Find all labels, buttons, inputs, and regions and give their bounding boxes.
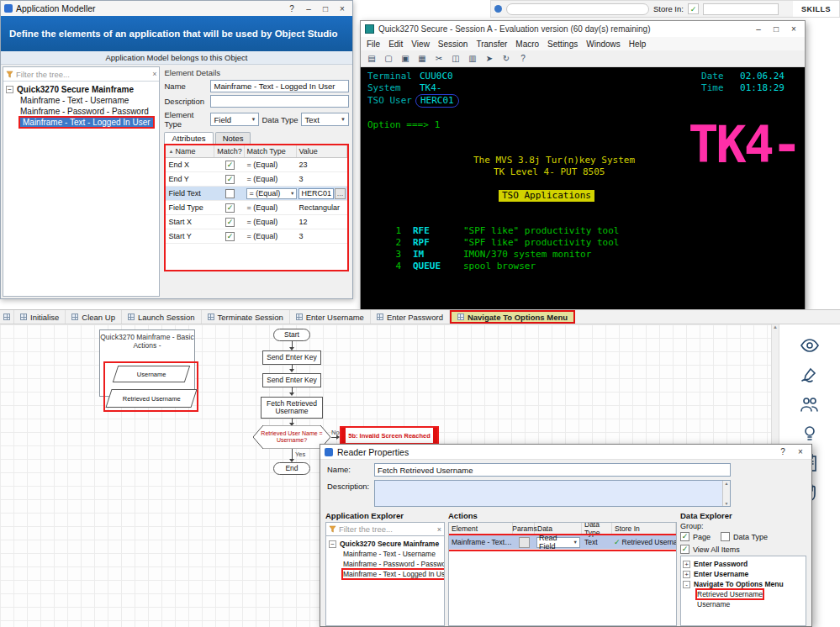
attribute-row-endy[interactable]: End Y ✓ = (Equal) 3 <box>166 172 347 187</box>
send-enter-key-node-2[interactable]: Send Enter Key <box>262 373 321 387</box>
new-icon[interactable]: ▤ <box>365 52 378 66</box>
match-checkbox[interactable] <box>225 189 235 198</box>
tree-item-username[interactable]: Mainframe - Text - Username <box>20 96 156 105</box>
expand-icon[interactable]: + <box>683 561 690 568</box>
minimize-icon[interactable]: – <box>752 24 765 34</box>
action-element[interactable]: Mainframe - Text - L <box>449 538 513 546</box>
attribute-row-endx[interactable]: End X ✓ = (Equal) 23 <box>166 158 347 172</box>
lightbulb-icon[interactable] <box>798 423 822 445</box>
description-field[interactable] <box>210 95 349 108</box>
signature-icon[interactable] <box>798 364 822 386</box>
tab-clean-up[interactable]: Clean Up <box>66 310 122 324</box>
attribute-row-fieldtext[interactable]: Field Text = (Equal)▼ HERC01 … <box>166 187 347 201</box>
people-icon[interactable] <box>798 393 822 415</box>
element-type-select[interactable]: Field▼ <box>210 113 259 126</box>
name-field[interactable]: Mainframe - Text - Logged In User <box>210 80 349 92</box>
tree-item-username[interactable]: Mainframe - Text - Username <box>343 550 441 558</box>
tab-enter-password[interactable]: Enter Password <box>371 310 450 324</box>
dx-item-navigate-to-options-menu[interactable]: - Navigate To Options Menu <box>683 580 804 588</box>
dx-item-enter-username[interactable]: + Enter Username <box>683 570 804 578</box>
view-all-items-checkbox[interactable]: ✓ <box>680 545 689 554</box>
stage-name-input[interactable]: Fetch Retrieved Username <box>374 463 731 477</box>
action-store-in[interactable]: Retrieved Username <box>622 538 676 546</box>
scroll-up-icon[interactable]: ▲ <box>725 481 729 486</box>
connect-icon[interactable]: ➤ <box>483 52 496 66</box>
action-data-select[interactable]: Read Field▼ <box>536 537 580 548</box>
dx-item-username[interactable]: Username <box>697 600 804 609</box>
tree-item-password[interactable]: Mainframe - Password - Password <box>343 560 441 568</box>
match-checkbox[interactable]: ✓ <box>225 175 235 184</box>
tab-terminate-session[interactable]: Terminate Session <box>202 310 290 324</box>
menu-macro[interactable]: Macro <box>515 40 539 49</box>
paste-icon[interactable]: ▥ <box>466 52 479 66</box>
copy-icon[interactable]: ◫ <box>449 52 462 66</box>
ellipsis-button[interactable]: … <box>335 188 346 199</box>
data-type-select[interactable]: Text▼ <box>301 113 349 126</box>
expression-input[interactable] <box>506 3 649 15</box>
save-icon[interactable]: ▣ <box>399 52 412 66</box>
match-checkbox[interactable]: ✓ <box>225 232 235 241</box>
match-type-select[interactable]: = (Equal)▼ <box>246 188 297 199</box>
refresh-icon[interactable]: ↻ <box>499 52 513 66</box>
tab-initialise[interactable]: Initialise <box>14 310 66 324</box>
page-checkbox[interactable]: ✓ <box>680 532 689 541</box>
tab-navigate-to-options-menu[interactable]: Navigate To Options Menu <box>450 310 575 324</box>
collapse-icon[interactable]: − <box>329 540 336 548</box>
help-icon[interactable]: ? <box>776 447 790 456</box>
clear-filter-icon[interactable]: × <box>437 525 441 534</box>
match-checkbox[interactable]: ✓ <box>225 161 235 170</box>
print-icon[interactable]: ▦ <box>415 52 429 66</box>
menu-edit[interactable]: Edit <box>388 40 403 49</box>
match-checkbox[interactable]: ✓ <box>225 203 235 213</box>
menu-view[interactable]: View <box>411 40 430 49</box>
terminal-screen[interactable]: Terminal CUU0C0 Date 02.06.24 System TK4… <box>361 67 805 309</box>
cut-icon[interactable]: ✂ <box>432 52 446 66</box>
option-value[interactable]: 1 <box>435 119 441 131</box>
tree-item-logged-in-user[interactable]: Mainframe - Text - Logged In User <box>20 118 156 127</box>
tree-filter[interactable]: Filter the tree... × <box>325 522 445 536</box>
help-icon[interactable]: ? <box>516 52 530 66</box>
stage-description-input[interactable]: ▲▼ <box>374 480 731 507</box>
data-type-checkbox[interactable] <box>721 532 730 541</box>
menu-session[interactable]: Session <box>438 40 468 49</box>
store-in-input[interactable] <box>703 3 779 15</box>
store-in-check-icon[interactable]: ✓ <box>688 3 699 14</box>
skills-tab[interactable]: SKILLS <box>793 1 839 17</box>
start-node[interactable]: Start <box>273 329 310 341</box>
params-button[interactable] <box>519 537 530 548</box>
tab-attributes[interactable]: Attributes <box>164 132 213 144</box>
dx-item-enter-password[interactable]: + Enter Password <box>683 560 804 568</box>
send-enter-key-node-1[interactable]: Send Enter Key <box>262 350 321 365</box>
tree-item-logged-in-user[interactable]: Mainframe - Text - Logged In User <box>343 570 441 578</box>
close-icon[interactable]: × <box>794 447 807 456</box>
attribute-row-fieldtype[interactable]: Field Type ✓ = (Equal) Rectangular <box>166 201 347 215</box>
menu-help[interactable]: Help <box>629 40 647 49</box>
tab-enter-username[interactable]: Enter Username <box>290 310 371 324</box>
menu-settings[interactable]: Settings <box>547 40 578 49</box>
help-icon[interactable]: ? <box>285 4 298 13</box>
tree-root-item[interactable]: − Quick3270 Secure Mainframe <box>329 540 441 548</box>
data-item-retrieved-username[interactable]: Retrieved Username <box>105 389 197 408</box>
eye-icon[interactable] <box>798 335 822 356</box>
end-node[interactable]: End <box>273 462 310 475</box>
menu-file[interactable]: File <box>367 40 380 49</box>
tab-notes[interactable]: Notes <box>215 132 251 144</box>
maximize-icon[interactable]: □ <box>769 24 783 34</box>
fetch-retrieved-username-node[interactable]: Fetch Retrieved Username <box>261 397 323 419</box>
open-icon[interactable]: ▢ <box>382 52 395 66</box>
collapse-icon[interactable]: − <box>6 86 13 93</box>
field-text-input[interactable]: HERC01 <box>298 188 334 199</box>
attribute-row-starty[interactable]: Start Y ✓ = (Equal) 3 <box>166 229 347 244</box>
menu-windows[interactable]: Windows <box>586 40 621 49</box>
minimize-icon[interactable]: – <box>302 4 315 13</box>
attributes-header-row[interactable]: ▲Name Match? Match Type Value <box>166 145 347 158</box>
scroll-up-icon[interactable]: ▲ <box>773 324 778 329</box>
close-icon[interactable]: × <box>787 24 800 34</box>
maximize-icon[interactable]: □ <box>319 4 332 13</box>
scroll-down-icon[interactable]: ▼ <box>725 501 729 506</box>
match-checkbox[interactable]: ✓ <box>225 218 235 227</box>
menu-transfer[interactable]: Transfer <box>476 40 507 49</box>
tree-item-password[interactable]: Mainframe - Password - Password <box>20 107 156 116</box>
attribute-row-startx[interactable]: Start X ✓ = (Equal) 12 <box>166 215 347 229</box>
tree-filter[interactable]: Filter the tree... × <box>3 67 159 82</box>
